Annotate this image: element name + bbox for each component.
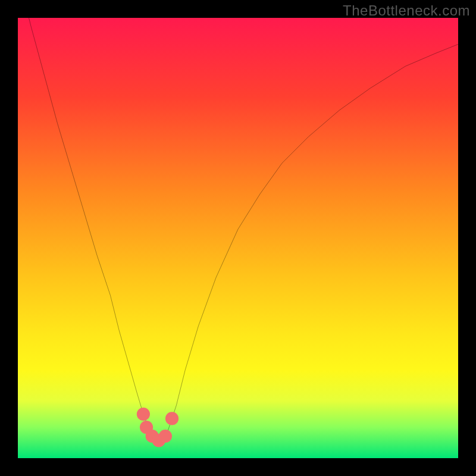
marker-dot [159, 430, 172, 443]
chart-background [18, 18, 458, 458]
watermark-text: TheBottleneck.com [343, 2, 470, 19]
marker-dot [137, 408, 150, 421]
marker-dot [165, 412, 178, 425]
chart-canvas [18, 18, 458, 458]
chart-frame: TheBottleneck.com [0, 0, 476, 476]
